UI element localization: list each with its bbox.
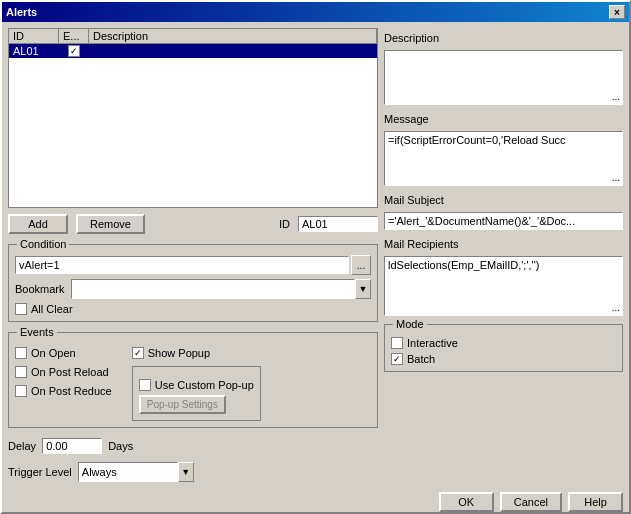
id-input[interactable] [298,216,378,232]
col-enabled: E... [59,29,89,43]
events-group: Events On Open On Post Reload [8,332,378,428]
on-post-reload-label: On Post Reload [31,366,109,378]
alerts-window: Alerts × ID E... Description AL01 ✓ [0,0,631,514]
popup-col: Show Popup Use Custom Pop-up Pop-up Sett… [132,343,261,421]
enabled-check: ✓ [68,45,80,57]
trigger-dropdown-btn[interactable]: ▼ [178,462,194,482]
table-header: ID E... Description [9,29,377,44]
condition-label: Condition [17,238,69,250]
on-post-reload-row: On Post Reload [15,366,112,378]
message-value: =if(ScriptErrorCount=0,'Reload Succ [388,134,566,146]
delay-label: Delay [8,440,36,452]
table-body: AL01 ✓ [9,44,377,58]
events-col: On Open On Post Reload On Post Reduce [15,343,112,421]
message-display[interactable]: =if(ScriptErrorCount=0,'Reload Succ ... [384,131,623,186]
on-post-reduce-checkbox[interactable] [15,385,27,397]
all-clear-checkbox[interactable] [15,303,27,315]
id-label: ID [279,218,290,230]
mail-recipients-value: ldSelections(Emp_EMailID,';','') [388,259,539,271]
use-custom-popup-checkbox[interactable] [139,379,151,391]
cancel-button[interactable]: Cancel [500,492,562,512]
message-label: Message [384,113,623,125]
condition-input[interactable] [15,256,349,274]
delay-row: Delay Days [8,438,378,454]
bookmark-dropdown-btn[interactable]: ▼ [355,279,371,299]
show-popup-label: Show Popup [148,347,210,359]
bookmark-label: Bookmark [15,283,65,295]
use-custom-popup-label: Use Custom Pop-up [155,379,254,391]
cell-description [89,50,377,52]
table-row[interactable]: AL01 ✓ [9,44,377,58]
trigger-select-wrap: ▼ [78,462,194,482]
condition-group: Condition ... Bookmark ▼ All Clear [8,244,378,322]
batch-checkbox[interactable] [391,353,403,365]
condition-ellipsis-btn[interactable]: ... [351,255,371,275]
description-ellipsis[interactable]: ... [612,91,620,102]
bottom-bar: OK Cancel Help [2,488,629,514]
bookmark-row: Bookmark ▼ [15,279,371,299]
popup-settings-button[interactable]: Pop-up Settings [139,395,226,414]
batch-label: Batch [407,353,435,365]
help-button[interactable]: Help [568,492,623,512]
events-label: Events [17,326,57,338]
button-row: Add Remove ID [8,214,378,234]
show-popup-row: Show Popup [132,347,261,359]
on-post-reduce-label: On Post Reduce [31,385,112,397]
mail-recipients-label: Mail Recipients [384,238,623,250]
description-label: Description [384,32,623,44]
mail-subject-display[interactable]: ='Alert_'&DocumentName()&'_'&Doc... [384,212,623,230]
show-popup-checkbox[interactable] [132,347,144,359]
popup-group: Use Custom Pop-up Pop-up Settings [132,366,261,421]
right-panel: Description ... Message =if(ScriptErrorC… [384,28,623,482]
use-custom-popup-row: Use Custom Pop-up [139,379,254,391]
close-button[interactable]: × [609,5,625,19]
all-clear-label: All Clear [31,303,73,315]
ok-button[interactable]: OK [439,492,494,512]
add-button[interactable]: Add [8,214,68,234]
mode-group: Mode Interactive Batch [384,324,623,372]
cell-id: AL01 [9,44,59,58]
col-description: Description [89,29,377,43]
trigger-row: Trigger Level ▼ [8,462,378,482]
mail-recipients-ellipsis[interactable]: ... [612,302,620,313]
on-post-reload-checkbox[interactable] [15,366,27,378]
mail-subject-value: ='Alert_'&DocumentName()&'_'&Doc... [388,215,575,227]
mode-label: Mode [393,318,427,330]
bookmark-input[interactable] [71,279,355,299]
left-panel: ID E... Description AL01 ✓ Add [8,28,378,482]
on-open-checkbox[interactable] [15,347,27,359]
mail-subject-label: Mail Subject [384,194,623,206]
delay-input[interactable] [42,438,102,454]
delay-unit: Days [108,440,133,452]
on-open-label: On Open [31,347,76,359]
trigger-label: Trigger Level [8,466,72,478]
title-bar: Alerts × [2,2,629,22]
mail-recipients-display[interactable]: ldSelections(Emp_EMailID,';','') ... [384,256,623,316]
col-id: ID [9,29,59,43]
all-clear-row: All Clear [15,303,371,315]
remove-button[interactable]: Remove [76,214,145,234]
message-ellipsis[interactable]: ... [612,172,620,183]
events-row: On Open On Post Reload On Post Reduce [15,343,371,421]
interactive-row: Interactive [391,337,616,349]
window-title: Alerts [6,6,37,18]
cell-enabled: ✓ [59,44,89,58]
interactive-label: Interactive [407,337,458,349]
description-display[interactable]: ... [384,50,623,105]
batch-row: Batch [391,353,616,365]
on-post-reduce-row: On Post Reduce [15,385,112,397]
trigger-input[interactable] [78,462,178,482]
on-open-row: On Open [15,347,112,359]
alert-table: ID E... Description AL01 ✓ [8,28,378,208]
interactive-checkbox[interactable] [391,337,403,349]
main-content: ID E... Description AL01 ✓ Add [2,22,629,488]
condition-input-row: ... [15,255,371,275]
